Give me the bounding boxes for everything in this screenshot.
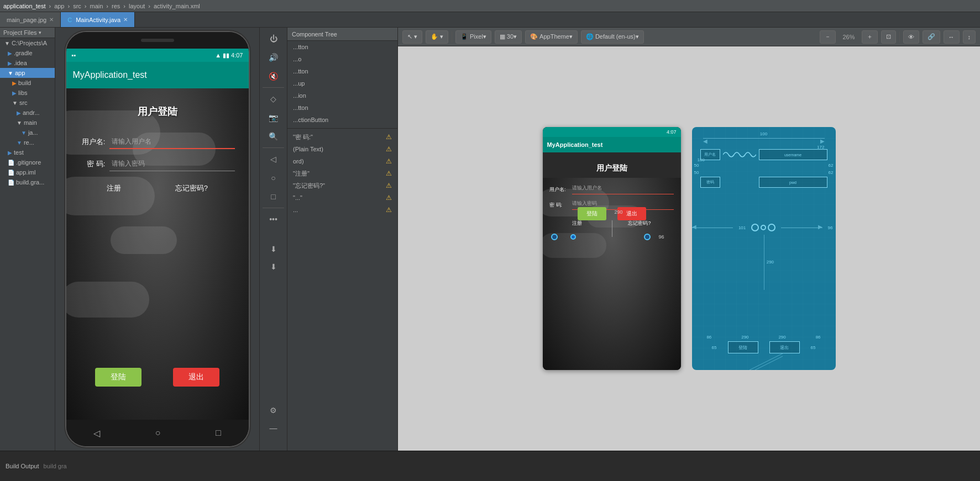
more-button[interactable]: ••• [264,210,284,228]
bp-measure-86b: 86 [816,335,821,340]
palette-header: Component Tree [287,28,397,41]
chevron-icon[interactable]: ▾ [39,30,41,35]
zoom-button[interactable]: 🔍 [264,128,284,145]
measure-96-label: 96 [658,234,664,240]
tree-item-libs[interactable]: ▶ libs [0,88,55,98]
screenshot-button[interactable]: 📷 [264,109,284,126]
palette-warn-2[interactable]: ord) ⚠ [287,155,397,167]
preview-forgot-link[interactable]: 忘记密码? [628,220,651,227]
link-button[interactable]: 🔗 [923,30,940,44]
tree-item-app[interactable]: ▼ app [0,68,55,78]
breadcrumb-item[interactable]: app [54,3,64,9]
volume-up-button[interactable]: 🔊 [264,49,284,66]
settings-icon[interactable]: ⚙ [264,401,284,419]
tree-item-label: andr... [23,109,40,116]
device-selector[interactable]: 📱 Pixel▾ [455,30,491,44]
palette-item-5[interactable]: ...tton [287,102,397,114]
resize-v-button[interactable]: ↕ [963,30,976,44]
palette-item-label: ...o [293,56,301,62]
tree-item-build-gradle[interactable]: 📄 build.gra... [0,177,55,187]
preview-buttons: 登陆 退出 [578,207,646,220]
palette-item-3[interactable]: ...up [287,77,397,89]
login-button[interactable]: 登陆 [95,368,142,387]
tree-item-java[interactable]: ▼ ja... [0,128,55,138]
preview-register-link[interactable]: 注册 [572,220,582,227]
api-level-selector[interactable]: ▦ 30▾ [495,30,522,44]
blueprint-mode-button[interactable]: ✋ ▾ [426,30,448,44]
tree-item-label: main [24,119,37,126]
recents-nav-button[interactable]: □ [264,188,284,205]
tree-item-res[interactable]: ▼ re... [0,138,55,147]
power-button[interactable]: ⏻ [264,30,284,47]
tree-item-test[interactable]: ▶ test [0,147,55,157]
close-icon[interactable]: ✕ [49,17,54,23]
bp-circle-2[interactable] [761,225,766,230]
recents-button[interactable]: □ [216,428,221,438]
close-icon[interactable]: ✕ [123,17,128,23]
tree-item-gradle[interactable]: ▶ .gradle [0,48,55,58]
home-nav-button[interactable]: ○ [264,169,284,187]
tree-item-root[interactable]: ▼ C:\Projects\A [0,38,55,48]
forgot-link[interactable]: 忘记密码? [175,183,208,193]
palette-item-2[interactable]: ...tton [287,65,397,77]
palette-item-0[interactable]: ...tton [287,41,397,53]
canvas-content-area: 4:07 MyApplication_test 用户登陆 用户名: [398,46,980,451]
palette-item-6[interactable]: ...ctionButton [287,114,397,126]
zoom-fit-button[interactable]: ⊡ [881,30,896,44]
constraint-handle-right-1[interactable] [644,234,651,240]
tab-main-page-jpg[interactable]: main_page.jpg ✕ [0,12,61,27]
back-nav-button[interactable]: ◁ [264,150,284,168]
preview-login-btn[interactable]: 登陆 [578,207,606,220]
breadcrumb-item[interactable]: src [73,3,81,9]
constraint-handle-left-1[interactable] [551,234,558,240]
folder-icon: ▼ [8,70,13,76]
exit-button[interactable]: 退出 [173,368,219,387]
bp-circle-1[interactable] [751,224,759,231]
tree-item-idea[interactable]: ▶ .idea [0,58,55,68]
zoom-in-button[interactable]: ＋ [862,30,878,44]
palette-warn-3[interactable]: "注册" ⚠ [287,167,397,179]
zoom-out-button[interactable]: － [820,30,836,44]
download-icon-2[interactable]: ⬇ [264,258,284,276]
username-hint: 请输入用户名 [112,137,151,146]
theme-selector[interactable]: 🎨 AppTheme▾ [525,30,578,44]
register-link[interactable]: 注册 [107,183,121,193]
zoom-level: 26% [839,33,858,41]
tool-separator-2 [263,147,284,148]
palette-warn-0[interactable]: "密 码:" ⚠ [287,131,397,143]
breadcrumb-item[interactable]: application_test [3,3,45,9]
palette-item-1[interactable]: ...o [287,53,397,65]
tab-mainactivity-java[interactable]: C MainActivity.java ✕ [61,12,135,27]
design-mode-button[interactable]: ↖ ▾ [402,30,422,44]
preview-username-input[interactable]: 请输入用户名 [572,184,674,194]
bp-circle-3[interactable] [768,224,775,231]
password-input[interactable]: 请输入密码 [109,157,235,171]
tree-item-main[interactable]: ▼ main [0,118,55,128]
locale-selector[interactable]: 🌐 Default (en-us)▾ [581,30,644,44]
minimize-icon[interactable]: — [264,419,284,437]
palette-warn-5[interactable]: "..." ⚠ [287,192,397,204]
eye-button[interactable]: 👁 [903,30,919,44]
breadcrumb-item[interactable]: res [112,3,120,9]
tree-item-src[interactable]: ▼ src [0,98,55,108]
breadcrumb-item[interactable]: activity_main.xml [154,3,200,9]
tree-item-build[interactable]: ▶ build [0,78,55,88]
rotate-button[interactable]: ◇ [264,90,284,108]
breadcrumb-item[interactable]: layout [129,3,145,9]
constraint-handle-center[interactable] [570,234,576,240]
download-icon-1[interactable]: ⬇ [264,240,284,258]
palette-warn-4[interactable]: "忘记密码?" ⚠ [287,179,397,192]
tree-item-gitignore[interactable]: 📄 .gitignore [0,157,55,167]
username-input[interactable]: 请输入用户名 [109,135,235,149]
palette-item-4[interactable]: ...ion [287,89,397,102]
palette-warn-6[interactable]: ... ⚠ [287,204,397,216]
tree-item-app-iml[interactable]: 📄 app.iml [0,167,55,177]
volume-down-button[interactable]: 🔇 [264,67,284,85]
breadcrumb-item[interactable]: main [90,3,103,9]
home-button[interactable]: ○ [155,428,161,438]
resize-h-button[interactable]: ↔ [944,30,960,44]
palette-warn-1[interactable]: (Plain Text) ⚠ [287,143,397,155]
tree-item-andr[interactable]: ▶ andr... [0,108,55,118]
palette-item-label: ...tton [293,44,308,50]
back-button[interactable]: ◁ [93,428,100,438]
